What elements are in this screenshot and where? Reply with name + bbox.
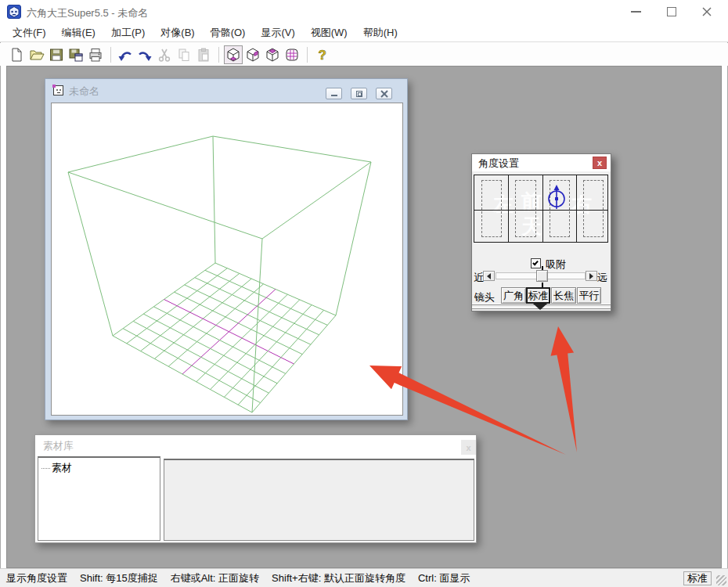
cut-icon <box>157 47 172 63</box>
toolbar-separator <box>218 47 219 63</box>
print-button[interactable] <box>86 45 105 64</box>
slider-right-arrow[interactable] <box>586 271 597 281</box>
tree-item-label: 素材 <box>52 461 72 475</box>
viewport-canvas[interactable] <box>51 103 403 416</box>
view-cube-side-button[interactable] <box>243 45 262 64</box>
tree-branch-line <box>41 468 50 469</box>
menu-object[interactable]: 对像(B) <box>153 23 202 42</box>
new-document-icon <box>9 47 25 63</box>
menu-edit[interactable]: 编辑(E) <box>54 23 103 42</box>
redo-button[interactable] <box>135 45 154 64</box>
view-cube-top-icon <box>265 47 280 63</box>
print-icon <box>88 47 103 63</box>
material-panel-title: 素材库 <box>43 439 74 453</box>
toolbar: ? <box>0 43 728 66</box>
angle-panel-title-bar[interactable]: 角度设置 x <box>472 154 611 171</box>
angle-drop-cell-1[interactable] <box>481 180 502 237</box>
lens-mode-indicator: 标准 <box>683 571 712 585</box>
far-label: 远 <box>597 271 607 285</box>
view-cube-front-icon <box>225 47 241 63</box>
grid-divider <box>508 175 509 242</box>
snap-checkbox[interactable] <box>531 258 541 268</box>
resize-grip[interactable] <box>716 575 726 585</box>
material-tree-pane: 素材 <box>38 456 160 541</box>
slider-thumb[interactable] <box>536 270 548 282</box>
svg-text:?: ? <box>319 48 326 63</box>
close-button[interactable] <box>689 0 724 23</box>
zoom-slider-row: 近 远 <box>472 270 611 283</box>
angle-preset-grid: 左 前 右 天 <box>474 175 608 243</box>
lens-wide-button[interactable]: 广角 <box>501 287 526 304</box>
view-cube-side-icon <box>245 47 261 63</box>
redo-icon <box>137 47 153 63</box>
help-button[interactable]: ? <box>312 45 331 64</box>
view-cube-top-button[interactable] <box>263 45 282 64</box>
toolbar-separator <box>307 47 308 63</box>
paste-button <box>194 45 213 64</box>
viewport-title-bar[interactable]: 未命名 <box>45 79 407 103</box>
viewport-close-button[interactable] <box>376 88 392 99</box>
lens-standard-button[interactable]: 标准 <box>526 287 550 304</box>
app-logo-icon <box>7 5 21 19</box>
lens-row: 镜头 广角 标准 长焦 平行 <box>472 287 611 304</box>
lens-label: 镜头 <box>474 290 495 304</box>
menu-bar: 文件(F) 编辑(E) 加工(P) 对像(B) 骨骼(O) 显示(V) 视图(W… <box>0 23 728 42</box>
save-button[interactable] <box>47 45 66 64</box>
menu-help[interactable]: 帮助(H) <box>355 23 405 42</box>
grid-divider <box>576 175 577 242</box>
angle-drop-cell-4[interactable] <box>583 180 604 237</box>
camera-compass-icon <box>543 182 571 213</box>
save-model-button[interactable] <box>67 45 85 64</box>
menu-display[interactable]: 显示(V) <box>253 23 302 42</box>
slider-left-arrow[interactable] <box>483 271 495 281</box>
undo-icon <box>117 47 133 63</box>
maximize-button[interactable] <box>654 0 689 23</box>
angle-settings-panel: 角度设置 x 左 前 右 天 吸附 <box>471 153 611 312</box>
view-cube-front-button[interactable] <box>224 45 243 64</box>
title-bar[interactable]: 六角大王Super5.5 - 未命名 <box>0 0 728 23</box>
wireframe-cube-scene <box>52 103 403 416</box>
help-icon: ? <box>314 47 330 63</box>
status-hint: 右键或Alt: 正面旋转 <box>171 571 259 585</box>
tree-item-material[interactable]: 素材 <box>41 461 72 475</box>
view-grid-sphere-button[interactable] <box>283 45 301 64</box>
collapse-arrow-icon[interactable] <box>533 304 547 310</box>
status-bar: 显示角度设置 Shift: 每15度捕捉 右键或Alt: 正面旋转 Shift+… <box>0 568 728 587</box>
open-folder-icon <box>29 47 45 63</box>
status-hint: 显示角度设置 <box>6 571 67 585</box>
angle-drop-cell-2[interactable] <box>515 180 536 237</box>
toolbar-separator <box>110 47 111 63</box>
copy-icon <box>176 47 192 63</box>
copy-button <box>175 45 193 64</box>
material-panel-title-bar[interactable]: 素材库 x <box>35 435 476 456</box>
save-model-icon <box>68 47 84 63</box>
material-library-panel: 素材库 x 素材 <box>34 434 477 543</box>
lens-parallel-button[interactable]: 平行 <box>577 287 601 304</box>
undo-button[interactable] <box>116 45 135 64</box>
viewport-minimize-button[interactable] <box>326 88 342 99</box>
minimize-button[interactable] <box>618 0 654 23</box>
cut-button <box>155 45 174 64</box>
new-document-button[interactable] <box>8 45 27 64</box>
material-panel-close-button: x <box>461 440 476 455</box>
menu-skeleton[interactable]: 骨骼(O) <box>203 23 254 42</box>
menu-process[interactable]: 加工(P) <box>103 23 153 42</box>
menu-file[interactable]: 文件(F) <box>5 23 54 42</box>
viewport-restore-button[interactable] <box>351 88 367 99</box>
lens-tele-button[interactable]: 长焦 <box>551 287 576 304</box>
close-icon <box>380 90 388 98</box>
application-window: 六角大王Super5.5 - 未命名 文件(F) 编辑(E) 加工(P) 对像(… <box>0 0 728 587</box>
save-icon <box>49 47 64 63</box>
material-preview-pane <box>164 459 474 541</box>
angle-panel-title: 角度设置 <box>478 157 519 171</box>
menu-view[interactable]: 视图(W) <box>303 23 355 42</box>
status-hint: Shift: 每15度捕捉 <box>80 571 158 585</box>
view-grid-sphere-icon <box>284 47 300 63</box>
angle-panel-close-button[interactable]: x <box>593 157 607 169</box>
status-hint: Shift+右键: 默认正面旋转角度 <box>272 571 405 585</box>
viewport-title: 未命名 <box>69 85 99 99</box>
viewport-window: 未命名 <box>45 78 408 420</box>
status-hint: Ctrl: 面显示 <box>418 571 470 585</box>
open-file-button[interactable] <box>27 45 46 64</box>
close-icon <box>701 6 712 17</box>
